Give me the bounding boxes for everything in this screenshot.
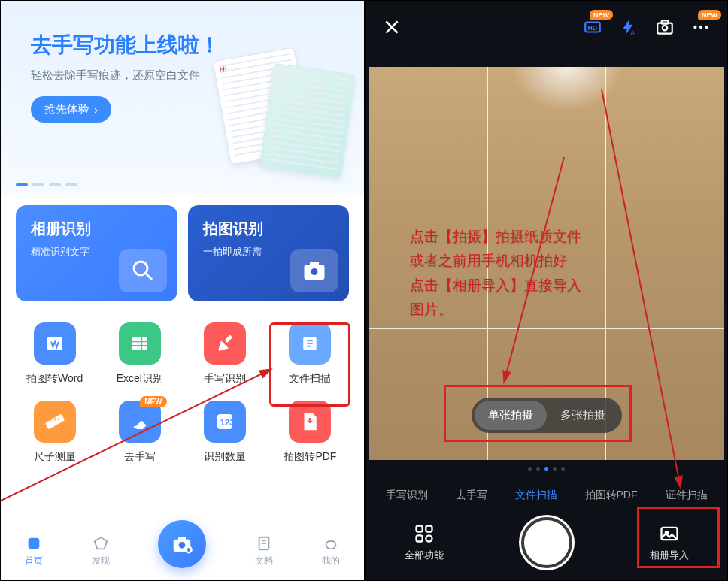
svg-rect-32: [426, 526, 432, 532]
mode-pager-dots: [366, 467, 727, 471]
svg-point-24: [663, 26, 668, 31]
svg-point-28: [705, 26, 708, 29]
svg-point-26: [693, 26, 696, 29]
svg-text:HD: HD: [588, 24, 598, 32]
mode-tab-去手写[interactable]: 去手写: [456, 489, 487, 502]
grid-item-label: 拍图转PDF: [284, 450, 336, 464]
ruler-icon: [34, 401, 76, 443]
mode-tab-手写识别[interactable]: 手写识别: [386, 489, 428, 502]
word-icon: [34, 322, 76, 365]
nav-docs[interactable]: 文档: [255, 535, 273, 567]
svg-point-0: [134, 262, 147, 275]
camera-fab[interactable]: [158, 520, 206, 568]
grid-item-erase[interactable]: NEW去手写: [101, 393, 178, 471]
app-home-screen: 去手写功能上线啦！ 轻松去除手写痕迹，还原空白文件 抢先体验 › Hi~ 相册识…: [1, 1, 366, 580]
svg-marker-13: [95, 537, 108, 549]
nav-me[interactable]: 我的: [322, 535, 340, 567]
svg-rect-6: [225, 334, 233, 343]
multi-shot-option[interactable]: 多张拍摄: [547, 401, 619, 430]
grid-item-excel[interactable]: Excel识别: [101, 315, 178, 393]
album-recognize-card[interactable]: 相册识别 精准识别文字: [16, 205, 177, 301]
svg-text:123: 123: [220, 418, 235, 427]
more-button[interactable]: NEW: [691, 17, 711, 40]
svg-point-15: [179, 541, 186, 548]
svg-rect-5: [132, 337, 147, 350]
mode-tab-拍图转PDF[interactable]: 拍图转PDF: [585, 489, 638, 502]
hd-button[interactable]: NEW HD: [583, 17, 602, 40]
grid-item-label: 手写识别: [204, 372, 246, 386]
camera-viewfinder[interactable]: 点击【拍摄】拍摄纸质文件 或者之前用手机相机拍好 点击【相册导入】直接导入 图片…: [369, 67, 724, 460]
annotation-instruction-text: 点击【拍摄】拍摄纸质文件 或者之前用手机相机拍好 点击【相册导入】直接导入 图片…: [410, 225, 581, 322]
svg-point-19: [326, 540, 335, 549]
banner-illustration: Hi~: [229, 46, 356, 174]
handwriting-icon: [204, 322, 246, 365]
pdf-icon: [289, 401, 331, 443]
grid-item-label: 识别数量: [204, 450, 246, 464]
svg-text:A: A: [630, 29, 635, 37]
flash-button[interactable]: A: [619, 17, 639, 40]
shutter-button[interactable]: [521, 517, 572, 568]
nav-discover[interactable]: 发现: [92, 535, 110, 567]
close-button[interactable]: [382, 17, 402, 40]
grid-item-count[interactable]: 123识别数量: [187, 393, 264, 471]
try-now-button[interactable]: 抢先体验 ›: [31, 96, 111, 123]
grid-item-label: 尺子测量: [34, 450, 76, 464]
mode-tab-文件扫描[interactable]: 文件扫描: [515, 489, 557, 502]
svg-rect-12: [29, 538, 40, 549]
grid-item-ruler[interactable]: 尺子测量: [16, 393, 93, 471]
single-shot-option[interactable]: 单张拍摄: [475, 401, 547, 430]
function-grid: 拍图转WordExcel识别手写识别文件扫描尺子测量NEW去手写123识别数量拍…: [1, 301, 364, 471]
grid-item-word[interactable]: 拍图转Word: [16, 315, 93, 393]
svg-point-2: [311, 268, 318, 275]
svg-rect-8: [44, 413, 65, 429]
svg-rect-31: [416, 526, 422, 532]
annotation-arrow-3: [594, 89, 714, 495]
svg-point-34: [426, 535, 432, 541]
svg-rect-16: [178, 537, 186, 540]
grid-item-label: Excel识别: [117, 372, 163, 386]
promo-banner[interactable]: 去手写功能上线啦！ 轻松去除手写痕迹，还原空白文件 抢先体验 › Hi~: [1, 1, 364, 195]
all-functions-button[interactable]: 全部功能: [405, 523, 444, 562]
capture-mode-toggle: 单张拍摄 多张拍摄: [472, 398, 622, 433]
new-badge: NEW: [140, 396, 166, 407]
gallery-import-button[interactable]: 相册导入: [650, 523, 689, 562]
bottom-navigation: 首页 发现 文档 我的: [1, 522, 364, 580]
camera-icon: [290, 249, 338, 292]
svg-rect-33: [416, 535, 422, 541]
mode-tab-证件扫描[interactable]: 证件扫描: [666, 489, 708, 502]
scan-icon: [289, 322, 331, 365]
nav-home[interactable]: 首页: [25, 535, 43, 567]
grid-item-scan[interactable]: 文件扫描: [271, 315, 349, 393]
grid-item-pdf[interactable]: 拍图转PDF: [271, 393, 349, 471]
camera-screen: NEW HD A NEW 点击【拍摄】拍摄纸质文件 或者之前用手机相机拍好 点: [366, 1, 727, 580]
chevron-right-icon: ›: [94, 103, 98, 116]
camera-switch-button[interactable]: [655, 17, 675, 40]
scan-mode-tabs: 手写识别去手写文件扫描拍图转PDF证件扫描: [366, 489, 727, 502]
grid-item-label: 文件扫描: [289, 372, 331, 386]
photo-recognize-card[interactable]: 拍图识别 一拍即成所需: [188, 205, 350, 301]
magnifier-icon: [119, 249, 167, 292]
grid-item-label: 去手写: [124, 450, 156, 464]
excel-icon: [119, 322, 161, 365]
grid-item-label: 拍图转Word: [26, 372, 83, 386]
count-icon: 123: [204, 401, 246, 443]
grid-item-handwriting[interactable]: 手写识别: [187, 315, 264, 393]
svg-point-27: [699, 26, 702, 29]
svg-rect-3: [310, 262, 319, 266]
carousel-indicator: [16, 183, 77, 186]
